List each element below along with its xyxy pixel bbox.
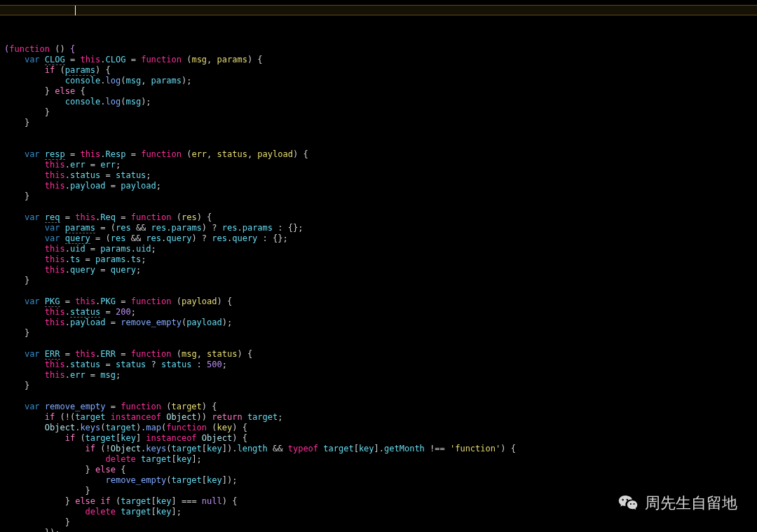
code-line[interactable]: }: [4, 275, 753, 286]
code-line[interactable]: }: [4, 486, 753, 496]
code-line[interactable]: var query = (res && res.query) ? res.que…: [4, 233, 753, 244]
code-line[interactable]: if (!(target instanceof Object)) return …: [4, 412, 753, 423]
code-line[interactable]: [4, 286, 753, 296]
code-line[interactable]: console.log(msg, params);: [4, 76, 753, 86]
code-line[interactable]: [4, 202, 753, 212]
code-line[interactable]: if (!Object.keys(target[key]).length && …: [4, 444, 753, 454]
code-line[interactable]: } else {: [4, 86, 753, 97]
code-line[interactable]: var remove_empty = function (target) {: [4, 402, 753, 412]
code-line[interactable]: } else {: [4, 465, 753, 475]
code-line[interactable]: }: [4, 118, 753, 128]
code-line[interactable]: [4, 339, 753, 349]
current-line-highlight: [0, 5, 757, 15]
code-line[interactable]: if (target[key] instanceof Object) {: [4, 433, 753, 444]
code-line[interactable]: this.err = err;: [4, 160, 753, 170]
code-line[interactable]: (function () {: [4, 44, 753, 55]
code-line[interactable]: this.status = 200;: [4, 307, 753, 318]
code-line[interactable]: var resp = this.Resp = function (err, st…: [4, 149, 753, 160]
code-line[interactable]: remove_empty(target[key]);: [4, 475, 753, 486]
code-line[interactable]: var ERR = this.ERR = function (msg, stat…: [4, 349, 753, 360]
code-line[interactable]: this.uid = params.uid;: [4, 244, 753, 254]
code-line[interactable]: }: [4, 517, 753, 528]
code-line[interactable]: [4, 128, 753, 139]
text-cursor: [75, 6, 76, 15]
code-line[interactable]: this.ts = params.ts;: [4, 254, 753, 265]
code-line[interactable]: }: [4, 191, 753, 202]
code-line[interactable]: Object.keys(target).map(function (key) {: [4, 423, 753, 433]
code-line[interactable]: }: [4, 328, 753, 339]
code-line[interactable]: this.payload = remove_empty(payload);: [4, 318, 753, 328]
code-line[interactable]: } else if (target[key] === null) {: [4, 496, 753, 507]
code-line[interactable]: [4, 139, 753, 149]
code-editor[interactable]: (function () { var CLOG = this.CLOG = fu…: [0, 0, 757, 532]
code-line[interactable]: this.err = msg;: [4, 370, 753, 381]
code-line[interactable]: if (params) {: [4, 65, 753, 76]
code-line[interactable]: this.status = status ? status : 500;: [4, 360, 753, 370]
code-line[interactable]: delete target[key];: [4, 507, 753, 517]
code-line[interactable]: this.status = status;: [4, 170, 753, 181]
code-line[interactable]: this.payload = payload;: [4, 181, 753, 191]
code-line[interactable]: var params = (res && res.params) ? res.p…: [4, 223, 753, 233]
code-line[interactable]: delete target[key];: [4, 454, 753, 465]
code-line[interactable]: this.query = query;: [4, 265, 753, 275]
code-line[interactable]: var CLOG = this.CLOG = function (msg, pa…: [4, 55, 753, 65]
code-content[interactable]: (function () { var CLOG = this.CLOG = fu…: [4, 44, 753, 532]
code-line[interactable]: }: [4, 107, 753, 118]
code-line[interactable]: }: [4, 381, 753, 391]
code-line[interactable]: });: [4, 528, 753, 532]
code-line[interactable]: var PKG = this.PKG = function (payload) …: [4, 296, 753, 307]
code-line[interactable]: console.log(msg);: [4, 97, 753, 107]
code-line[interactable]: var req = this.Req = function (res) {: [4, 212, 753, 223]
code-line[interactable]: [4, 391, 753, 402]
